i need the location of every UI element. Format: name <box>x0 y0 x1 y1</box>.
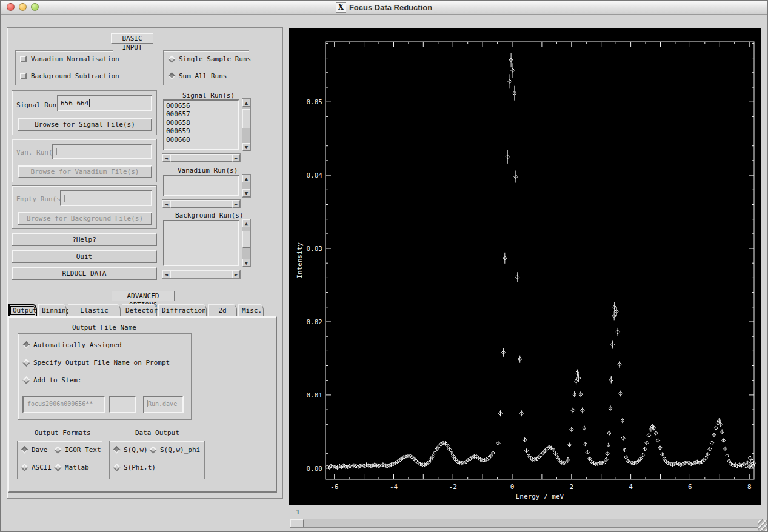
close-button[interactable] <box>7 3 15 11</box>
list-item[interactable]: 000660 <box>166 136 236 144</box>
text-cursor <box>64 195 65 202</box>
vanadium-run-input <box>52 144 152 159</box>
scroll-left-icon[interactable]: ◄ <box>162 200 170 208</box>
vanadium-list-hscrollbar[interactable]: ◄ ► <box>162 199 241 208</box>
scroll-down-icon[interactable]: ▼ <box>242 189 250 197</box>
scroll-thumb[interactable] <box>170 154 232 162</box>
minimize-button[interactable] <box>19 3 27 11</box>
background-list-hscrollbar[interactable]: ◄ ► <box>162 270 241 279</box>
checkbox-indicator <box>20 73 27 79</box>
scroll-thumb[interactable] <box>242 231 250 248</box>
radio-matlab[interactable]: Matlab <box>55 464 89 471</box>
radio-sqw-phi[interactable]: S(Q,w)_phi <box>150 446 200 454</box>
checkbox-vanadium-normalisation[interactable]: Vanadium Normalisation <box>20 55 119 63</box>
scroll-up-icon[interactable]: ▲ <box>242 219 250 227</box>
scroll-up-icon[interactable]: ▲ <box>242 99 250 107</box>
text-cursor <box>89 99 90 107</box>
tab-output[interactable]: Output <box>8 304 37 317</box>
radio-indicator <box>22 376 30 384</box>
tab-bar: Output Binning Elastic Line Detector Dif… <box>8 304 277 317</box>
list-item[interactable]: 000656 <box>166 102 236 110</box>
scroll-thumb[interactable] <box>242 109 250 128</box>
scroll-down-icon[interactable]: ▼ <box>242 143 250 151</box>
tab-diffraction[interactable]: Diffraction <box>158 304 207 317</box>
scroll-right-icon[interactable]: ► <box>232 200 240 208</box>
radio-sqw[interactable]: S(Q,w) <box>114 446 148 454</box>
radio-dave[interactable]: Dave <box>22 446 48 454</box>
scroll-thumb[interactable] <box>170 270 232 278</box>
background-list-vscrollbar[interactable]: ▲ ▼ <box>242 219 251 267</box>
svg-text:4: 4 <box>629 483 633 491</box>
checkbox-background-subtraction[interactable]: Background Subtraction <box>20 72 119 80</box>
svg-text:-6: -6 <box>330 483 338 491</box>
output-formats-title: Output Formats <box>35 429 91 437</box>
plot-hscrollbar[interactable] <box>290 519 763 528</box>
scroll-thumb[interactable] <box>290 519 304 527</box>
output-file-name-title: Output File Name <box>72 324 136 331</box>
scroll-thumb[interactable] <box>170 200 232 208</box>
radio-indicator <box>149 446 157 454</box>
list-item[interactable]: 000659 <box>166 127 236 136</box>
window-title: Focus Data Reduction <box>349 3 432 12</box>
checkbox-indicator <box>20 56 27 62</box>
svg-text:-4: -4 <box>390 483 398 491</box>
signal-run-input[interactable]: 656-664 <box>57 95 152 111</box>
radio-ascii[interactable]: ASCII <box>22 464 52 471</box>
signal-list-hscrollbar[interactable]: ◄ ► <box>162 153 241 162</box>
background-list-title: Background Run(s) <box>175 211 244 219</box>
stem-suffix-input <box>109 396 136 413</box>
radio-add-to-stem[interactable]: Add to Stem: <box>24 376 81 384</box>
scroll-up-icon[interactable]: ▲ <box>242 175 250 182</box>
resize-grip-icon[interactable] <box>758 520 768 531</box>
signal-list-vscrollbar[interactable]: ▲ ▼ <box>242 98 251 151</box>
signal-list-title: Signal Run(s) <box>182 91 235 99</box>
svg-text:-2: -2 <box>449 483 457 491</box>
radio-automatically-assigned[interactable]: Automatically Assigned <box>24 341 122 349</box>
background-run-listbox[interactable] <box>163 220 239 266</box>
spectrum-plot: -6-4-2024680.000.010.020.030.040.05Energ… <box>289 28 761 505</box>
zoom-button[interactable] <box>31 3 39 11</box>
radio-indicator <box>168 72 176 80</box>
radio-sphit[interactable]: S(Phi,t) <box>114 464 156 471</box>
tab-binning[interactable]: Binning <box>38 304 67 317</box>
svg-text:0.01: 0.01 <box>307 391 323 399</box>
list-item[interactable]: 000658 <box>166 119 236 127</box>
radio-igor-text[interactable]: IGOR Text <box>55 446 101 454</box>
tab-2d-det[interactable]: 2d Det. <box>208 304 237 317</box>
radio-sum-all-runs[interactable]: Sum All Runs <box>169 72 227 80</box>
radio-indicator <box>22 341 30 349</box>
vanadium-run-listbox[interactable] <box>163 175 239 196</box>
svg-text:0.03: 0.03 <box>307 245 323 253</box>
svg-text:2: 2 <box>569 483 573 491</box>
app-window: X Focus Data Reduction BASIC INPUT Vanad… <box>0 0 768 532</box>
tab-detector[interactable]: Detector <box>122 304 157 317</box>
scroll-right-icon[interactable]: ► <box>232 270 240 278</box>
extension-input: Run.dave <box>143 396 184 413</box>
scroll-left-icon[interactable]: ◄ <box>162 154 170 162</box>
quit-button[interactable]: Quit <box>12 250 157 263</box>
vanadium-list-title: Vanadium Run(s) <box>178 167 238 175</box>
vanadium-list-vscrollbar[interactable]: ▲ ▼ <box>242 174 251 198</box>
signal-run-listbox[interactable]: 000656 000657 000658 000659 000660 <box>163 99 239 150</box>
titlebar[interactable]: X Focus Data Reduction <box>1 1 767 15</box>
text-cursor <box>56 148 57 155</box>
radio-indicator <box>22 359 30 367</box>
radio-indicator <box>113 446 121 454</box>
scroll-down-icon[interactable]: ▼ <box>242 259 250 267</box>
text-cursor <box>167 222 167 230</box>
browse-signal-button[interactable]: Browse for Signal File(s) <box>18 118 152 131</box>
scroll-left-icon[interactable]: ◄ <box>162 270 170 278</box>
text-cursor <box>113 400 113 407</box>
reduce-data-button[interactable]: REDUCE DATA <box>12 267 157 280</box>
radio-indicator <box>21 446 28 454</box>
svg-text:6: 6 <box>688 483 692 491</box>
list-item[interactable]: 000657 <box>166 110 236 119</box>
radio-single-sample-runs[interactable]: Single Sample Runs <box>169 55 251 63</box>
help-button[interactable]: ?Help? <box>12 233 157 246</box>
scroll-right-icon[interactable]: ► <box>232 154 240 162</box>
tab-misc[interactable]: Misc. <box>238 304 264 317</box>
radio-specify-output-file-name[interactable]: Specify Output File Name on Prompt <box>24 359 170 367</box>
radio-indicator <box>113 464 121 471</box>
browse-vanadium-button: Browse for Vanadium File(s) <box>18 165 152 178</box>
tab-elastic-line[interactable]: Elastic Line <box>68 304 121 317</box>
